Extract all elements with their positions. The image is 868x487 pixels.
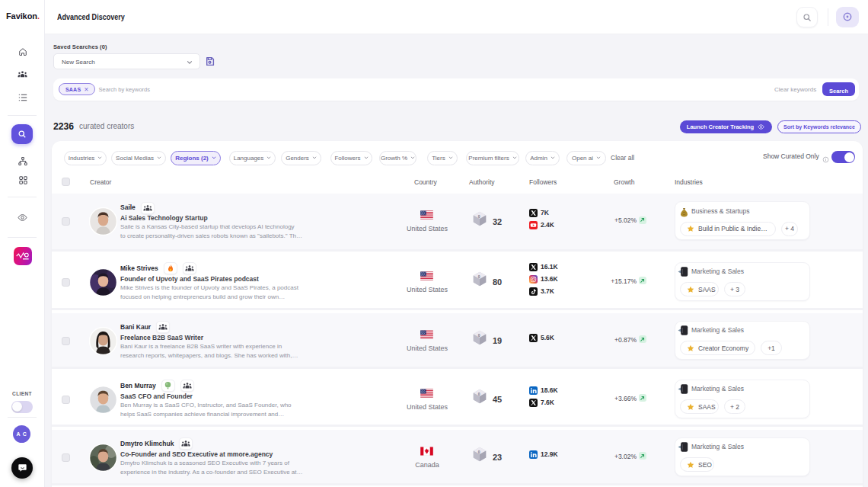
svg-text:0: 0 (477, 333, 480, 338)
svg-text:0: 0 (477, 450, 480, 454)
svg-text:0: 0 (477, 392, 480, 396)
svg-text:0: 0 (477, 274, 480, 279)
svg-text:0: 0 (477, 213, 480, 218)
